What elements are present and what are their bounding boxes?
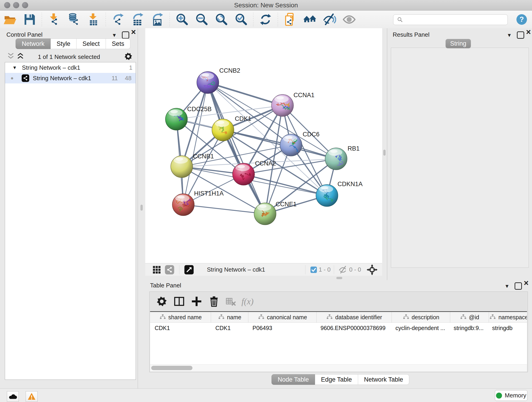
node-CCNA1[interactable]: CCNA1 [272, 92, 315, 116]
table-options-gear-icon[interactable] [156, 295, 168, 307]
node-HIST1H1A[interactable]: HIST1H1A [172, 190, 224, 216]
column-header-name[interactable]: name [211, 312, 248, 322]
expander-triangle-icon[interactable]: ▼ [12, 65, 17, 70]
network-selected-status: 1 of 1 Network selected [0, 53, 138, 61]
string-network-graph[interactable]: CCNB2 CCNA1 CDC25B CDK1 CDC6 [145, 28, 382, 263]
string-home-icon[interactable] [303, 13, 317, 26]
cell-name[interactable]: CDK1 [211, 323, 248, 333]
hierarchy-icon [159, 314, 166, 321]
node-label-CDC25B: CDC25B [187, 106, 212, 113]
column-header-database-identifier[interactable]: database identifier [317, 312, 392, 322]
svg-text:?: ? [519, 15, 524, 23]
hierarchy-icon [489, 314, 496, 321]
node-CCNB2[interactable]: CCNB2 [197, 67, 240, 94]
network-view-title: String Network – cdk1 [207, 266, 265, 273]
node-CCNE1[interactable]: CCNE1 [254, 201, 297, 225]
control-panel: Control Panel ▼ × NetworkStyleSelectSets… [0, 28, 138, 389]
column-header-@id[interactable]: @id [450, 312, 489, 322]
import-network-database-icon[interactable] [67, 13, 80, 26]
import-network-icon[interactable] [47, 13, 61, 26]
add-column-icon[interactable] [191, 295, 203, 307]
table-panel-float-icon[interactable]: ▼ [505, 282, 510, 289]
node-label-CDC6: CDC6 [303, 131, 320, 138]
network-row[interactable]: ● String Network – cdk1 11 48 [5, 73, 136, 83]
string-hide-structures-icon[interactable] [323, 13, 336, 26]
export-table-icon[interactable] [131, 13, 144, 26]
column-header-shared-name[interactable]: shared name [150, 312, 211, 322]
results-panel-float-icon[interactable]: ▼ [507, 32, 512, 38]
cell-canonical-name[interactable]: P06493 [248, 323, 316, 333]
delete-table-icon[interactable] [225, 296, 236, 307]
tab-network[interactable]: Network [16, 38, 51, 49]
node-RB1[interactable]: RB1 [325, 145, 360, 170]
string-glass-ball-icon[interactable] [342, 13, 356, 26]
search-input[interactable] [405, 15, 507, 24]
detach-view-icon[interactable] [184, 265, 194, 275]
save-session-icon[interactable] [23, 13, 36, 26]
tab-select[interactable]: Select [76, 38, 106, 49]
column-header-namespace[interactable]: namespace [489, 312, 527, 322]
fit-content-crosshair-icon[interactable] [367, 264, 378, 275]
memory-button[interactable]: Memory [495, 390, 527, 401]
network-canvas[interactable]: CCNB2 CCNA1 CDC25B CDK1 CDC6 [145, 28, 382, 263]
function-builder-icon[interactable]: f(x) [241, 296, 254, 306]
cell-namespace[interactable]: stringdb [488, 323, 527, 333]
selected-checkbox-icon[interactable] [310, 266, 317, 274]
cell-description[interactable]: cyclin-dependent ... [391, 323, 449, 333]
edge-CCNB2-HIST1H1A[interactable] [183, 83, 208, 205]
hidden-eye-icon[interactable] [339, 265, 348, 274]
tab-node-table[interactable]: Node Table [272, 374, 315, 385]
warnings-button[interactable] [26, 391, 38, 402]
table-panel-close-icon[interactable]: × [524, 280, 529, 287]
open-folder-icon[interactable] [3, 13, 17, 26]
node-CDKN1A[interactable]: CDKN1A [316, 181, 363, 206]
edge-CCNB2-CCNA1[interactable] [208, 83, 283, 105]
show-columns-icon[interactable] [173, 295, 185, 307]
table-row[interactable]: CDK1CDK1P064939606.ENSP00000378699cyclin… [150, 323, 527, 333]
delete-column-icon[interactable] [208, 295, 220, 307]
network-overview-icon[interactable] [165, 265, 175, 275]
gear-icon[interactable] [124, 52, 133, 61]
help-icon[interactable]: ? [516, 14, 527, 25]
results-panel-maximize-icon[interactable] [517, 32, 524, 40]
hierarchy-icon [258, 314, 265, 321]
cell-database-identifier[interactable]: 9606.ENSP00000378699 [316, 323, 391, 333]
network-collection-row[interactable]: ▼ String Network – cdk1 1 [5, 62, 136, 73]
cloud-button[interactable] [7, 391, 19, 402]
tab-style[interactable]: Style [51, 38, 76, 49]
results-panel-close-icon[interactable]: × [526, 29, 531, 36]
table-horizontal-scrollbar[interactable] [150, 364, 527, 371]
scrollbar-thumb[interactable] [151, 366, 192, 370]
tab-network-table[interactable]: Network Table [358, 374, 409, 385]
collection-count: 1 [129, 64, 133, 71]
column-header-canonical-name[interactable]: canonical name [248, 312, 317, 322]
birds-eye-view-icon[interactable] [152, 265, 162, 275]
import-table-icon[interactable] [87, 13, 100, 26]
control-panel-tabs: NetworkStyleSelectSets [16, 38, 130, 49]
edge-HIST1H1A-CCNE1[interactable] [183, 205, 265, 214]
zoom-selected-icon[interactable] [234, 13, 248, 26]
export-image-icon[interactable] [151, 13, 164, 26]
column-header-description[interactable]: description [392, 312, 450, 322]
refresh-icon[interactable] [259, 13, 272, 26]
control-panel-close-icon[interactable]: × [131, 29, 136, 36]
status-bar: Memory [0, 389, 532, 402]
vertical-splitter-left[interactable] [138, 28, 145, 389]
export-network-icon[interactable] [111, 13, 125, 26]
cell-shared-name[interactable]: CDK1 [150, 323, 211, 333]
string-app-icon [21, 74, 30, 82]
tab-edge-table[interactable]: Edge Table [315, 374, 358, 385]
node-table: shared namenamecanonical namedatabase id… [150, 311, 527, 365]
table-panel-maximize-icon[interactable] [515, 282, 522, 291]
node-label-CDK1: CDK1 [235, 115, 251, 122]
zoom-fit-icon[interactable] [215, 13, 228, 26]
search-box[interactable] [393, 14, 508, 25]
control-panel-float-icon[interactable]: ▼ [112, 32, 117, 38]
zoom-in-icon[interactable] [175, 13, 189, 26]
table-tabs: Node TableEdge TableNetwork Table [272, 374, 409, 385]
cell-@id[interactable]: stringdb:9... [449, 323, 488, 333]
zoom-out-icon[interactable] [195, 13, 208, 26]
tab-string[interactable]: String [446, 39, 471, 48]
string-import-icon[interactable] [283, 13, 297, 26]
tab-sets[interactable]: Sets [106, 38, 130, 49]
